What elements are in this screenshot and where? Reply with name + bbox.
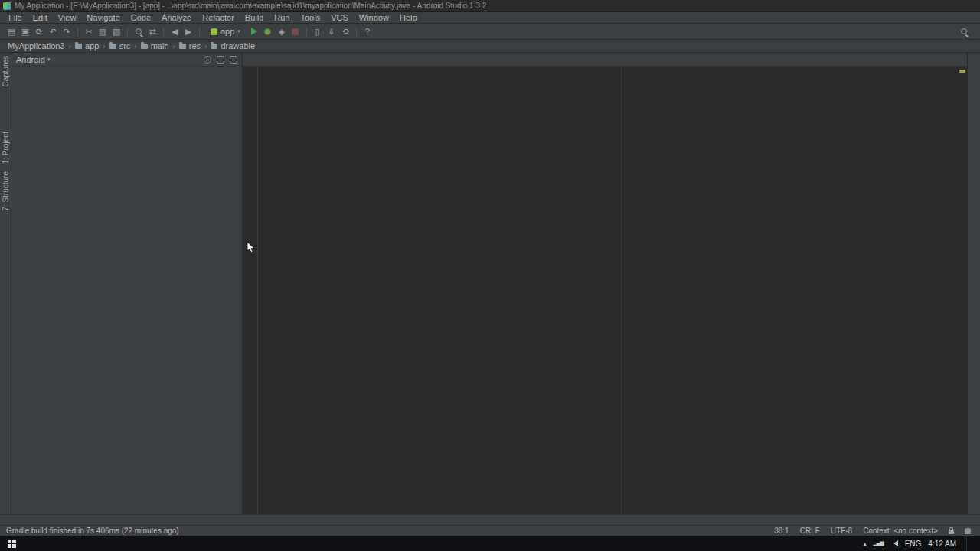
breadcrumb-separator: › (171, 42, 178, 51)
sync-gradle-icon: ⟲ (341, 27, 348, 37)
android-icon (211, 28, 217, 35)
chevron-down-icon: ▾ (237, 28, 240, 34)
stripe-tab----structure[interactable]: 7: Structure (2, 171, 10, 211)
menu-view[interactable]: View (53, 13, 82, 22)
hidden-icons-chevron[interactable]: ▴ (863, 540, 866, 547)
debug-bug-icon (264, 28, 271, 35)
menu-file[interactable]: File (3, 13, 28, 22)
avd-manager-icon: ▯ (315, 27, 320, 37)
run-with-coverage-icon: ◈ (279, 27, 285, 37)
chevron-down-icon: ▾ (47, 57, 51, 63)
sdk-manager-icon: ⇓ (328, 27, 335, 37)
find-button[interactable] (132, 25, 145, 38)
network-icon[interactable]: ▂▄▆ (873, 540, 883, 546)
editor-area (243, 53, 967, 514)
error-stripe[interactable] (958, 67, 967, 514)
stop-button[interactable] (289, 25, 302, 38)
inspection-mark[interactable] (959, 70, 965, 73)
line-ending-indicator[interactable]: CRLF (800, 527, 820, 535)
left-tool-stripe: Captures1: Project7: Structure (0, 53, 11, 514)
window-title: My Application - [E:\MyApplication3] - [… (15, 2, 486, 10)
run-icon (251, 28, 257, 35)
breadcrumb-item-res[interactable]: res (178, 41, 202, 51)
inspections-hector-icon[interactable] (965, 528, 971, 534)
undo-button[interactable]: ↶ (46, 25, 60, 38)
debug-button[interactable] (261, 25, 275, 38)
stripe-tab----project[interactable]: 1: Project (2, 132, 10, 164)
breadcrumb-item-src[interactable]: src (108, 41, 132, 51)
save-all-button[interactable]: ▣ (18, 25, 32, 38)
search-everywhere-button[interactable] (957, 25, 971, 38)
search-icon (136, 28, 142, 34)
menu-analyze[interactable]: Analyze (156, 13, 197, 22)
menu-code[interactable]: Code (126, 13, 156, 22)
menu-help[interactable]: Help (394, 13, 423, 22)
breadcrumb-separator: › (202, 42, 209, 51)
run-with-coverage-button[interactable]: ◈ (275, 25, 289, 38)
breadcrumb-label: src (119, 41, 131, 51)
windows-logo-icon (8, 540, 16, 548)
project-view-selector[interactable]: Android (16, 55, 45, 64)
breadcrumb-item-app[interactable]: app (74, 41, 100, 51)
avd-manager-button[interactable]: ▯ (311, 25, 325, 38)
breadcrumb-item-main[interactable]: main (139, 41, 171, 51)
copy-button[interactable]: ▥ (96, 25, 109, 38)
write-access-lock-icon[interactable] (949, 530, 954, 534)
system-tray: ▴ ▂▄▆ ENG 4:12 AM (863, 536, 980, 551)
language-indicator[interactable]: ENG (905, 540, 922, 548)
encoding-indicator[interactable]: UTF-8 (831, 527, 852, 535)
open-button[interactable]: ▤ (5, 25, 18, 38)
sync-gradle-button[interactable]: ⟲ (338, 25, 352, 38)
back-icon: ◀ (172, 27, 178, 37)
redo-button[interactable]: ↷ (60, 25, 74, 38)
right-margin-line (621, 67, 622, 514)
menu-vcs[interactable]: VCS (325, 13, 354, 22)
menu-build[interactable]: Build (240, 13, 269, 22)
breadcrumb-item-myapplication3[interactable]: MyApplication3 (6, 41, 67, 51)
status-message: Gradle build finished in 7s 406ms (22 mi… (6, 527, 179, 535)
synchronize-icon: ⟳ (35, 27, 42, 37)
title-bar[interactable]: My Application - [E:\MyApplication3] - [… (0, 0, 980, 12)
gutter-column (243, 67, 258, 514)
cut-icon: ✂ (85, 27, 92, 37)
menu-navigate[interactable]: Navigate (81, 13, 125, 22)
replace-icon: ⇄ (149, 27, 155, 37)
menu-refactor[interactable]: Refactor (197, 13, 240, 22)
redo-icon: ↷ (63, 27, 70, 37)
help-button[interactable]: ? (361, 25, 374, 38)
show-desktop-button[interactable] (966, 536, 969, 551)
breadcrumb-item-drawable[interactable]: drawable (209, 41, 256, 51)
main-toolbar: ▤▣⟳↶↷✂▥▧⇄◀▶app▾◈▯⇓⟲? (0, 24, 980, 40)
paste-button[interactable]: ▧ (109, 25, 123, 38)
caret-position[interactable]: 38:1 (774, 527, 789, 535)
replace-button[interactable]: ⇄ (145, 25, 159, 38)
volume-icon[interactable] (890, 540, 898, 546)
breadcrumb-separator: › (67, 42, 74, 51)
start-button[interactable] (0, 536, 23, 551)
windows-taskbar: ▴ ▂▄▆ ENG 4:12 AM (0, 536, 980, 551)
run-button[interactable] (247, 25, 261, 38)
context-indicator[interactable]: Context: <no context> (863, 527, 938, 535)
sdk-manager-button[interactable]: ⇓ (325, 25, 338, 38)
menu-edit[interactable]: Edit (28, 13, 53, 22)
breadcrumb-separator: › (100, 42, 107, 51)
breadcrumb-label: main (151, 41, 169, 51)
hide-panel-icon[interactable] (230, 56, 237, 64)
synchronize-button[interactable]: ⟳ (32, 25, 46, 38)
back-button[interactable]: ◀ (168, 25, 181, 38)
stripe-tab-captures[interactable]: Captures (2, 56, 10, 87)
forward-button[interactable]: ▶ (181, 25, 195, 38)
menu-tools[interactable]: Tools (295, 13, 325, 22)
code-editor[interactable] (243, 67, 967, 514)
cut-button[interactable]: ✂ (82, 25, 96, 38)
copy-icon: ▥ (99, 27, 106, 37)
collapse-all-icon[interactable] (217, 56, 224, 64)
folder-icon (211, 44, 217, 49)
undo-icon: ↶ (49, 27, 56, 37)
menu-run[interactable]: Run (269, 13, 295, 22)
run-configuration-selector[interactable]: app▾ (206, 26, 245, 37)
breadcrumb-label: app (85, 41, 99, 51)
clock[interactable]: 4:12 AM (928, 540, 956, 548)
menu-window[interactable]: Window (354, 13, 394, 22)
view-options-gear-icon[interactable] (204, 56, 211, 64)
